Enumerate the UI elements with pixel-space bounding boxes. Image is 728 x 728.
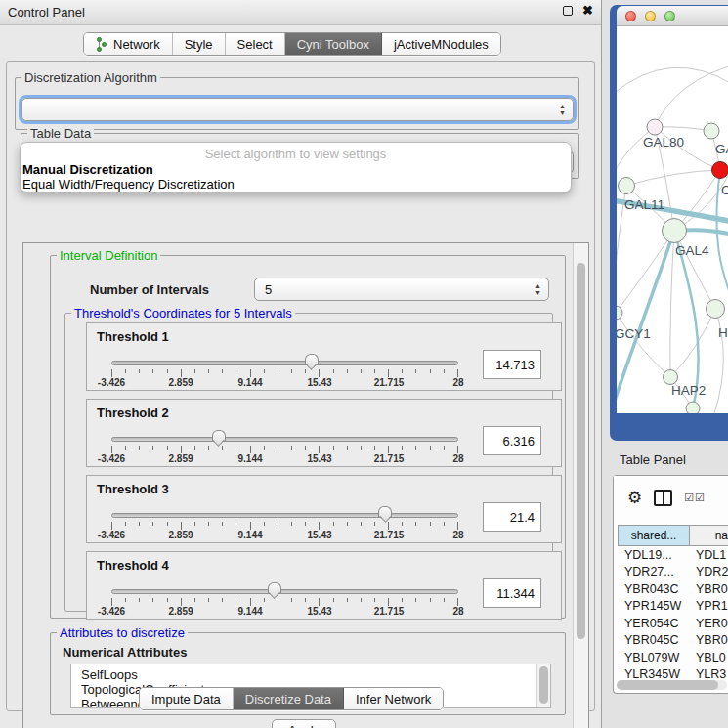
close-icon[interactable]: ✖: [582, 5, 593, 17]
cyni-toolbox-panel: Discretization Algorithm ▲▼ Table Data g…: [6, 61, 595, 711]
node-label-gal11: GAL11: [624, 197, 664, 212]
tab-jactivemnodules[interactable]: jActiveMNodules: [382, 33, 500, 55]
option-equal-width-frequency[interactable]: Equal Width/Frequency Discretization: [22, 177, 235, 192]
tick-label: -3.426: [98, 530, 125, 540]
slider-tick-labels: -3.4262.8599.14415.4321.71528: [111, 530, 458, 541]
table-row[interactable]: YDL19...YDL1: [618, 546, 728, 564]
threshold-3-row: Threshold 3 -3.4262.8599.14415.4321.7152…: [86, 475, 562, 543]
threshold-1-value-field[interactable]: 14.713: [483, 350, 541, 379]
interval-definition-title: Interval Definition: [57, 248, 160, 263]
cell-name[interactable]: YBL0: [692, 651, 728, 664]
cell-shared-name[interactable]: YBR043C: [618, 582, 692, 596]
panel-scrollbar[interactable]: [573, 243, 588, 728]
table-row[interactable]: YBR043CYBR0: [618, 580, 728, 598]
number-of-intervals-label: Number of Intervals: [90, 282, 209, 297]
tick-label: 21.715: [374, 530, 405, 540]
gear-icon[interactable]: ⚙: [627, 490, 642, 506]
right-side-area: GAL80 GA C GAL11 GAL4 GCY1 H HAP2 Table …: [602, 0, 728, 728]
table-row[interactable]: YDR27...YDR2: [618, 564, 728, 581]
network-canvas[interactable]: GAL80 GA C GAL11 GAL4 GCY1 H HAP2: [617, 26, 728, 413]
tick-label: 28: [452, 530, 463, 540]
threshold-3-slider-track[interactable]: [111, 513, 458, 518]
zoom-traffic-light[interactable]: [664, 11, 675, 21]
cell-name[interactable]: YDR2: [692, 565, 728, 578]
node-label-c-partial: C: [721, 183, 728, 197]
columns-icon[interactable]: [654, 490, 672, 506]
cell-name[interactable]: YER0: [692, 617, 728, 630]
slider-tick-labels: -3.4262.8599.14415.4321.71528: [111, 453, 458, 465]
tick-label: 15.43: [307, 377, 331, 388]
threshold-4-value-field[interactable]: 11.344: [483, 578, 541, 608]
cell-name[interactable]: YLR3: [692, 667, 728, 679]
attribute-list-item[interactable]: SelfLoops: [81, 667, 138, 682]
tick-label: 15.43: [307, 453, 331, 464]
table-row[interactable]: YER054CYER0: [618, 615, 728, 632]
table-row[interactable]: YBL079WYBL0: [618, 649, 728, 666]
table-hscrollbar[interactable]: [617, 680, 727, 690]
cell-shared-name[interactable]: YDR27...: [618, 565, 692, 578]
number-of-intervals-combo[interactable]: 5 ▲▼: [254, 278, 549, 301]
column-header-name[interactable]: na: [690, 526, 728, 545]
tick-label: 9.144: [237, 606, 262, 617]
slider-tick-labels: -3.4262.8599.14415.4321.71528: [111, 606, 458, 618]
checkbox-icons[interactable]: ☑☑: [684, 492, 706, 504]
option-manual-discretization[interactable]: Manual Discretization: [22, 162, 153, 177]
node-label-ga-partial: GA: [715, 142, 728, 156]
stepper-icon: ▲▼: [559, 103, 566, 116]
algorithm-hint: Select algorithm to view settings: [21, 147, 571, 161]
threshold-2-value-field[interactable]: 6.316: [483, 426, 541, 455]
tick-label: 15.43: [307, 530, 331, 540]
table-body: YDL19...YDL1YDR27...YDR2YBR043CYBR0YPR14…: [618, 546, 728, 679]
threshold-4-slider-track[interactable]: [111, 589, 458, 594]
tick-label: 28: [452, 606, 463, 617]
apply-button[interactable]: Apply: [272, 719, 336, 728]
cell-name[interactable]: YDL1: [692, 548, 728, 562]
tick-label: 28: [452, 453, 463, 464]
tab-discretize-data[interactable]: Discretize Data: [234, 688, 344, 709]
tab-infer-network[interactable]: Infer Network: [344, 688, 443, 709]
threshold-1-slider-track[interactable]: [111, 361, 458, 365]
table-row[interactable]: YLR345WYLR3: [618, 666, 728, 680]
cell-shared-name[interactable]: YBR045C: [618, 633, 692, 647]
tab-cyni-toolbox[interactable]: Cyni Toolbox: [285, 33, 382, 55]
tab-network[interactable]: Network: [84, 33, 173, 55]
tab-style[interactable]: Style: [173, 33, 226, 55]
minimize-traffic-light[interactable]: [645, 11, 656, 21]
numerical-attributes-label: Numerical Attributes: [63, 645, 187, 660]
algorithm-combo[interactable]: ▲▼: [21, 98, 574, 121]
cell-name[interactable]: YBR0: [692, 582, 728, 596]
list-scrollbar[interactable]: [536, 664, 550, 707]
close-traffic-light[interactable]: [625, 11, 636, 21]
thresholds-group: Threshold's Coordinates for 5 Intervals …: [64, 313, 553, 612]
table-panel-window: ⚙ ☑☑ shared... na YDL19...YDL1YDR27...YD…: [613, 475, 728, 694]
slider-tick-labels: -3.4262.8599.14415.4321.71528: [111, 377, 458, 389]
cell-name[interactable]: YPR1: [692, 599, 728, 613]
threshold-1-row: Threshold 1 -3.4262.8599.14415.4321.7152…: [86, 322, 562, 391]
network-icon: [96, 37, 108, 52]
column-header-shared-name[interactable]: shared...: [618, 526, 690, 545]
table-row[interactable]: YBR045CYBR0: [618, 632, 728, 650]
tick-label: 2.859: [168, 453, 193, 464]
top-tab-bar: Network Style Select Cyni Toolbox jActiv…: [83, 32, 501, 56]
cell-shared-name[interactable]: YPR145W: [618, 599, 692, 613]
cell-name[interactable]: YBR0: [692, 633, 728, 647]
thresholds-group-title: Threshold's Coordinates for 5 Intervals: [71, 306, 295, 321]
threshold-3-value-field[interactable]: 21.4: [483, 502, 541, 532]
panel-scrollbar-thumb[interactable]: [577, 263, 585, 639]
table-row[interactable]: YPR145WYPR1: [618, 598, 728, 616]
cell-shared-name[interactable]: YLR345W: [618, 667, 692, 679]
tick-label: 21.715: [374, 606, 405, 617]
float-window-icon[interactable]: [563, 6, 573, 16]
node-label-gcy1: GCY1: [617, 326, 651, 341]
tick-label: -3.426: [98, 453, 125, 464]
tab-impute-data[interactable]: Impute Data: [140, 688, 234, 709]
cell-shared-name[interactable]: YER054C: [618, 617, 692, 630]
attributes-group-title: Attributes to discretize: [57, 625, 188, 640]
table-header-row: shared... na: [618, 525, 728, 546]
cell-shared-name[interactable]: YDL19...: [618, 548, 692, 562]
cell-shared-name[interactable]: YBL079W: [618, 651, 692, 664]
tick-label: 2.859: [168, 606, 193, 617]
tab-select[interactable]: Select: [226, 33, 285, 55]
stepper-icon: ▲▼: [535, 282, 541, 296]
threshold-2-slider-track[interactable]: [111, 437, 458, 442]
